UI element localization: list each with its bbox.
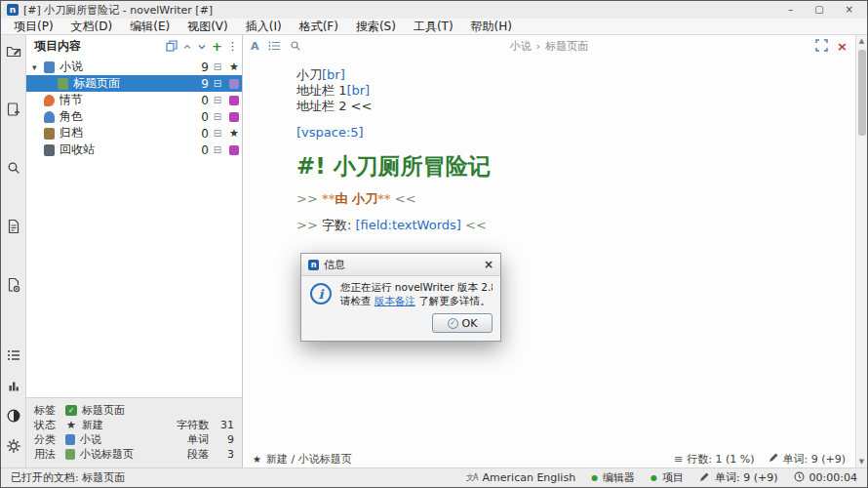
add-item-icon[interactable]: + <box>212 42 222 52</box>
menu-item[interactable]: 视图(V) <box>178 19 237 34</box>
release-notes-link[interactable]: 版本备注 <box>375 295 415 306</box>
line-count-icon: ≡ <box>674 453 683 466</box>
theme-toggle-icon[interactable] <box>5 407 22 425</box>
doc-line: 地址栏 2 << <box>296 99 836 114</box>
detail-value: 小说 <box>80 432 101 447</box>
editor-outline-icon[interactable] <box>268 37 281 56</box>
check-icon: ✓ <box>65 405 77 416</box>
novel-view-icon[interactable] <box>5 101 22 118</box>
info-dialog: n 信息 × i 您正在运行 novelWriter 版本 2.8。 请检查 版… <box>300 253 501 342</box>
project-status-dot-icon: ● <box>651 473 657 482</box>
tree-item[interactable]: 回收站0⊟ <box>26 142 242 158</box>
detail-value: 新建 <box>82 418 103 432</box>
menu-item[interactable]: 搜索(S) <box>347 19 405 34</box>
details-list-icon[interactable] <box>5 346 22 364</box>
bubble-icon <box>44 95 55 106</box>
active-flag-icon: ⊟ <box>209 95 226 105</box>
dialog-app-logo-icon: n <box>308 260 319 270</box>
more-options-icon[interactable]: ⋮ <box>227 42 238 52</box>
dialog-close-icon[interactable]: × <box>484 258 493 271</box>
archive-icon <box>44 128 55 140</box>
app-logo-icon: n <box>7 4 19 16</box>
menu-bar: 项目(P)文档(D)编辑(E)视图(V)插入(I)格式(F)搜索(S)工具(T)… <box>1 19 867 35</box>
item-details-panel: 标签✓标题页面状态★新建分类小说用法小说标题页 字符数31单词9段落3 <box>26 397 242 468</box>
breadcrumb-item: 小说 <box>510 40 532 53</box>
detail-row: 状态★新建 <box>34 418 134 432</box>
doc-block: [vspace:5] <box>296 125 836 141</box>
stat-label: 段落 <box>162 447 209 462</box>
stat-row: 单词9 <box>162 432 234 447</box>
status-bar: 已打开的文档: 标题页面 文A American English ● 编辑器 ●… <box>1 468 867 487</box>
move-up-icon[interactable] <box>182 37 192 56</box>
doc-line: #! 小刀厕所冒险记 <box>296 151 836 181</box>
editor-status: 编辑器 <box>603 470 635 485</box>
outline-view-icon[interactable] <box>5 218 22 235</box>
status-flag-icon <box>226 112 242 122</box>
session-timer[interactable]: 00:00:04 <box>809 471 857 484</box>
tree-item[interactable]: 标题页面9⊟ <box>26 75 242 92</box>
menu-item[interactable]: 工具(T) <box>405 19 462 34</box>
activity-bar <box>1 35 26 468</box>
tree-item[interactable]: 情节0⊟ <box>26 92 242 108</box>
session-words: 单词: 9 (+9) <box>715 470 778 485</box>
menu-item[interactable]: 插入(I) <box>237 19 291 34</box>
editor-status-dot-icon: ● <box>591 473 598 482</box>
search-icon[interactable] <box>5 159 22 177</box>
language-icon: 文A <box>466 472 477 483</box>
book-icon <box>44 61 55 73</box>
menu-item[interactable]: 格式(F) <box>291 19 347 34</box>
build-manuscript-icon[interactable] <box>5 276 22 294</box>
stat-row: 段落3 <box>162 447 234 462</box>
tree-item-label: 回收站 <box>59 142 95 158</box>
detail-row: 分类小说 <box>34 432 134 447</box>
session-timer-icon <box>794 471 805 485</box>
detail-label: 状态 <box>34 418 63 432</box>
tree-item-label: 角色 <box>59 108 83 125</box>
doc-line: [vspace:5] <box>296 125 836 141</box>
document-status: 新建 / 小说标题页 <box>266 452 352 467</box>
minimize-button[interactable]: – <box>788 4 793 16</box>
doc-block: #! 小刀厕所冒险记 <box>296 151 836 181</box>
menu-item[interactable]: 项目(P) <box>5 19 62 34</box>
tree-item[interactable]: 角色0⊟ <box>26 108 242 125</box>
close-button[interactable]: × <box>846 4 853 16</box>
tree-item[interactable]: ▾小说9⊟★ <box>26 59 242 75</box>
stat-value: 9 <box>209 433 234 446</box>
detail-label: 标签 <box>34 403 63 418</box>
active-flag-icon: ⊟ <box>209 61 226 72</box>
dialog-title: 信息 <box>324 258 345 272</box>
editor-settings-icon[interactable]: A <box>251 40 259 53</box>
doc-block: >> 字数: [field:textWords] << <box>296 218 836 233</box>
menu-item[interactable]: 文档(D) <box>62 19 122 34</box>
document-editor: A 小说›标题页面 × 小刀[br]地址栏 1[br]地址栏 2 <<[vspa… <box>243 35 855 468</box>
doc-line: 小刀[br] <box>296 67 836 83</box>
focus-mode-icon[interactable] <box>815 37 828 56</box>
settings-gear-icon[interactable] <box>5 437 22 455</box>
writing-stats-icon[interactable] <box>5 377 22 394</box>
editor-scrollbar[interactable]: ▲ ▼ <box>855 35 867 468</box>
scroll-down-icon[interactable]: ▼ <box>859 456 864 468</box>
tree-item[interactable]: 归档0⊟★ <box>26 125 242 142</box>
maximize-button[interactable]: ▢ <box>814 4 823 16</box>
app-window: n [#] 小刀厕所冒险记 - novelWriter [#] – ▢ × 项目… <box>0 0 868 488</box>
info-icon: i <box>310 283 332 305</box>
tree-item-label: 小说 <box>59 59 83 75</box>
status-flag-icon <box>226 96 242 105</box>
close-document-icon[interactable]: × <box>837 41 848 53</box>
project-tree-icon[interactable] <box>5 42 22 60</box>
scroll-up-icon[interactable]: ▲ <box>859 35 864 47</box>
project-panel: 项目内容 + ⋮ ▾小说9⊟★标题页面9⊟情节0⊟角色0⊟归档0⊟★回收站0⊟ … <box>26 35 243 468</box>
scrollbar-thumb[interactable] <box>858 50 866 136</box>
move-down-icon[interactable] <box>197 37 207 56</box>
open-document-status: 已打开的文档: 标题页面 <box>11 470 125 485</box>
expand-all-icon[interactable] <box>166 37 178 56</box>
word-count: 单词: 9 (+9) <box>783 452 847 467</box>
expand-arrow-icon[interactable]: ▾ <box>32 62 44 72</box>
title-bar: n [#] 小刀厕所冒险记 - novelWriter [#] – ▢ × <box>1 1 867 19</box>
menu-item[interactable]: 编辑(E) <box>121 19 178 34</box>
menu-item[interactable]: 帮助(H) <box>462 19 521 34</box>
ok-button[interactable]: ✓ OK <box>432 313 493 333</box>
editor-header: A 小说›标题页面 × <box>243 35 855 56</box>
spell-language[interactable]: American English <box>483 471 576 484</box>
editor-search-icon[interactable] <box>290 37 301 56</box>
